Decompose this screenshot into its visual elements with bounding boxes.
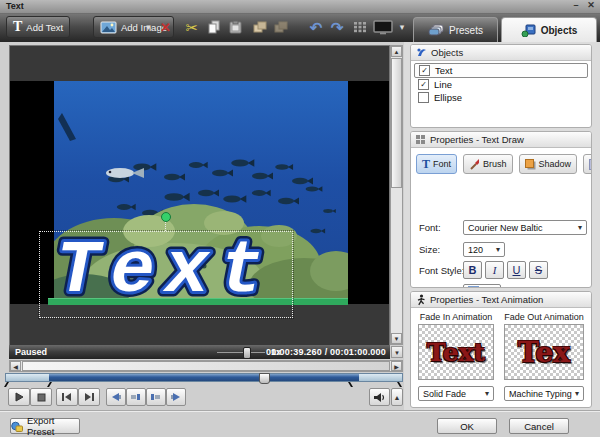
speed-slider-track[interactable] — [217, 352, 265, 353]
text-t-icon: T — [13, 19, 22, 35]
aligned-dropdown[interactable]: ▾ — [463, 284, 501, 288]
add-text-button[interactable]: T Add Text — [6, 16, 70, 38]
next-frame-button[interactable] — [78, 388, 100, 406]
bold-button[interactable]: B — [463, 261, 482, 279]
trim-handle-left-inner[interactable] — [44, 382, 52, 387]
title-bar[interactable]: Text – ✕ — [0, 0, 600, 14]
font-t-icon: T — [422, 157, 430, 172]
close-button[interactable]: ✕ — [585, 0, 597, 11]
ellipse-checkbox[interactable] — [418, 92, 429, 103]
objects-group-header: Objects — [411, 45, 591, 61]
font-tab-label: Font — [433, 159, 451, 169]
fade-in-dropdown[interactable]: Solid Fade ▾ — [418, 386, 494, 401]
trim-handle-right-outer[interactable] — [394, 382, 402, 387]
text-animation-group-header: Properties - Text Animation — [411, 292, 591, 308]
paste-icon[interactable] — [226, 18, 244, 36]
hscroll-left-icon[interactable]: ◀ — [10, 361, 21, 371]
speed-slider-thumb[interactable] — [243, 347, 251, 359]
minimize-button[interactable]: – — [570, 0, 582, 11]
size-value: 120 — [468, 245, 483, 255]
vscroll-up-icon[interactable]: ▲ — [391, 46, 402, 57]
play-button[interactable] — [8, 388, 30, 406]
grid-icon[interactable] — [351, 18, 369, 36]
hscroll-thumb[interactable] — [22, 361, 390, 371]
trim-handle-right-inner[interactable] — [348, 382, 356, 387]
fade-in-preview[interactable]: Text — [418, 324, 494, 380]
cancel-button[interactable]: Cancel — [509, 418, 569, 434]
cut-icon[interactable]: ✂ — [183, 18, 201, 36]
volume-up-icon[interactable]: ▲ — [391, 388, 403, 406]
image-icon — [100, 21, 117, 34]
rotate-handle-line — [165, 222, 166, 231]
properties-grid-icon — [416, 135, 426, 145]
previous-frame-button[interactable] — [56, 388, 78, 406]
vscroll-down-icon[interactable]: ▼ — [391, 333, 402, 344]
send-backward-icon[interactable] — [272, 18, 290, 36]
toolbar: T Add Text Add Image ▾ ✕ ✂ — [0, 14, 600, 42]
fade-out-label: Fade Out Animation — [504, 312, 584, 322]
display-options-dropdown[interactable]: ▼ — [391, 346, 403, 358]
running-man-icon — [416, 294, 426, 306]
object-item-ellipse[interactable]: Ellipse — [414, 91, 588, 104]
display-monitor-icon[interactable] — [371, 18, 395, 36]
objects-cube-icon — [521, 24, 536, 37]
timeline-bar[interactable] — [5, 373, 403, 382]
timeline-position-marker[interactable] — [259, 373, 270, 384]
goto-mark-in-button[interactable] — [106, 388, 126, 406]
bring-forward-icon[interactable] — [251, 18, 269, 36]
aligned-dropdown-arrow-icon: ▾ — [492, 287, 496, 288]
export-preset-button[interactable]: Export Preset — [10, 418, 80, 434]
font-tab-button[interactable]: T Font — [416, 154, 457, 174]
edge-tab-button[interactable]: Edge — [583, 154, 592, 174]
trim-handle-left-outer[interactable] — [4, 382, 12, 387]
tab-presets[interactable]: Presets — [413, 17, 498, 42]
playback-status: Paused — [15, 347, 47, 357]
volume-button[interactable] — [369, 388, 390, 406]
mark-out-button[interactable] — [146, 388, 166, 406]
hscroll-right-icon[interactable]: ▶ — [391, 361, 402, 371]
object-item-line[interactable]: ✓ Line — [414, 78, 588, 91]
object-item-text-label: Text — [435, 65, 452, 76]
undo-icon[interactable]: ↶ — [306, 18, 326, 36]
add-image-dropdown-icon[interactable]: ▾ — [142, 18, 155, 36]
size-label: Size: — [419, 244, 440, 255]
text-draw-group-header: Properties - Text Draw — [411, 132, 591, 148]
object-item-text[interactable]: ✓ Text — [414, 63, 588, 78]
fade-in-preview-text: Text — [427, 338, 485, 367]
draw-mode-tabs: T Font Brush Shadow — [411, 148, 591, 174]
italic-button[interactable]: I — [485, 261, 504, 279]
stop-button[interactable] — [30, 388, 52, 406]
font-dropdown[interactable]: Courier New Baltic ▾ — [463, 220, 587, 235]
vscroll-thumb[interactable] — [391, 58, 402, 188]
copy-icon[interactable] — [204, 18, 223, 36]
line-checkbox[interactable]: ✓ — [418, 79, 429, 90]
shadow-tab-button[interactable]: Shadow — [519, 154, 578, 174]
tab-objects-label: Objects — [541, 25, 578, 36]
strikethrough-button[interactable]: S — [529, 261, 548, 279]
objects-group-title: Objects — [431, 47, 463, 58]
selection-box[interactable] — [39, 231, 293, 318]
brush-tab-button[interactable]: Brush — [463, 154, 513, 174]
preview-hscrollbar[interactable]: ◀ ▶ — [9, 360, 403, 372]
redo-icon[interactable]: ↷ — [327, 18, 347, 36]
objects-group: Objects ✓ Text ✓ Line Ellipse — [410, 44, 592, 128]
aligned-label: Aligned: — [419, 287, 453, 288]
preview-vscrollbar[interactable]: ▲ ▼ — [390, 45, 403, 345]
size-dropdown[interactable]: 120 ▾ — [463, 242, 505, 257]
ok-label: OK — [460, 421, 474, 432]
preview-viewport: Text Text — [9, 45, 390, 358]
text-checkbox[interactable]: ✓ — [419, 65, 430, 76]
fade-out-preview[interactable]: Tex — [504, 324, 584, 380]
display-dropdown-icon[interactable]: ▾ — [396, 18, 408, 36]
tab-objects[interactable]: Objects — [501, 17, 597, 42]
fade-out-dropdown[interactable]: Machine Typing ▾ — [504, 386, 584, 401]
ok-button[interactable]: OK — [437, 418, 497, 434]
underline-button[interactable]: U — [507, 261, 526, 279]
object-item-ellipse-label: Ellipse — [434, 92, 462, 103]
goto-mark-out-button[interactable] — [166, 388, 186, 406]
mark-in-button[interactable] — [126, 388, 146, 406]
playback-status-bar: Paused 1x 00:00:39.260 / 00:01:00.000 — [9, 345, 390, 359]
rotate-handle[interactable] — [161, 212, 171, 222]
timeline-selected-range[interactable] — [49, 374, 359, 381]
delete-icon[interactable]: ✕ — [157, 18, 174, 36]
